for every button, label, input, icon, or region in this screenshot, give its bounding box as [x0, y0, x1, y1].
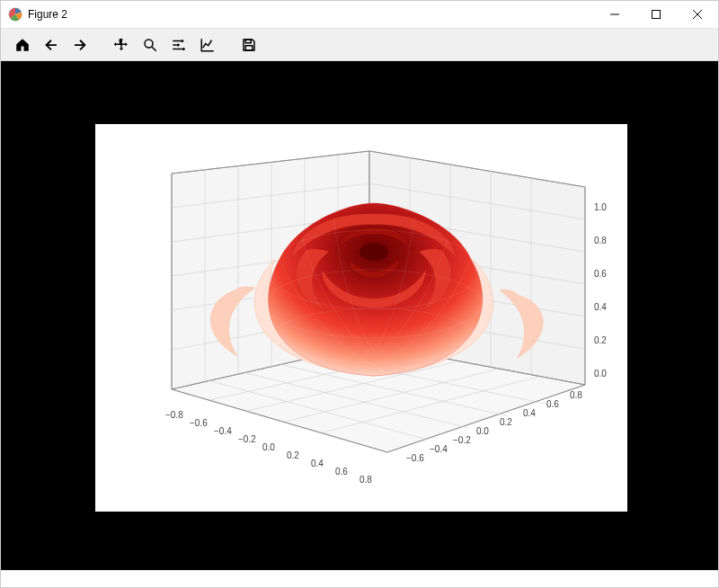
configure-subplots-button[interactable]: [164, 31, 193, 58]
z-tick: 1.0: [594, 202, 607, 212]
z-tick: 0.2: [594, 335, 607, 345]
svg-point-3: [181, 40, 183, 42]
minimize-button[interactable]: [594, 1, 635, 28]
forward-icon: [72, 37, 88, 53]
svg-point-38: [360, 243, 388, 261]
back-icon: [43, 37, 59, 53]
x-tick: 0.0: [262, 442, 275, 452]
title-left: Figure 2: [1, 7, 67, 22]
x-tick: 0.2: [287, 450, 299, 460]
zoom-button[interactable]: [136, 31, 164, 58]
back-button[interactable]: [37, 31, 66, 58]
figure-window: Figure 2: [0, 0, 719, 588]
svg-rect-6: [245, 40, 251, 43]
maximize-icon: [652, 10, 661, 19]
y-tick: −0.4: [430, 444, 448, 454]
save-button[interactable]: [235, 31, 263, 58]
x-tick: 0.4: [311, 459, 324, 468]
window-controls: [594, 1, 718, 28]
minimize-icon: [610, 10, 619, 19]
svg-point-4: [177, 43, 180, 46]
z-tick: 0.0: [594, 369, 607, 379]
pan-button[interactable]: [107, 31, 136, 58]
y-tick: 0.8: [570, 390, 582, 400]
y-tick: 0.0: [476, 426, 489, 436]
toolbar: [1, 29, 718, 61]
svg-point-2: [145, 40, 153, 48]
svg-rect-1: [652, 11, 661, 19]
save-icon: [241, 37, 257, 53]
y-tick: −0.2: [453, 435, 471, 445]
home-button[interactable]: [8, 31, 37, 58]
chart-line-icon: [200, 37, 216, 53]
z-tick: 0.4: [594, 302, 607, 312]
y-tick: 0.2: [500, 417, 512, 427]
x-tick: −0.2: [238, 434, 256, 444]
matplotlib-icon: [8, 7, 22, 22]
sliders-icon: [171, 37, 187, 53]
x-tick: 0.6: [335, 467, 348, 477]
window-title: Figure 2: [28, 8, 67, 21]
axes3d-plot: [95, 124, 627, 512]
z-tick: 0.8: [594, 236, 607, 245]
z-tick: 0.6: [594, 269, 607, 279]
pan-icon: [113, 37, 129, 53]
svg-point-5: [182, 48, 185, 50]
figure-canvas[interactable]: 1.0 0.8 0.6 0.4 0.2 0.0 0.8 0.6 0.4 0.2 …: [95, 124, 627, 512]
y-tick: −0.6: [406, 453, 424, 463]
edit-axis-button[interactable]: [193, 31, 222, 58]
statusbar: [1, 570, 718, 587]
y-tick: 0.6: [546, 399, 559, 409]
titlebar: Figure 2: [1, 1, 718, 29]
x-tick: 0.8: [360, 475, 372, 485]
maximize-button[interactable]: [635, 1, 677, 28]
canvas-area: 1.0 0.8 0.6 0.4 0.2 0.0 0.8 0.6 0.4 0.2 …: [1, 61, 718, 570]
home-icon: [14, 37, 31, 53]
x-tick: −0.6: [190, 418, 208, 428]
close-button[interactable]: [677, 1, 718, 28]
forward-button[interactable]: [66, 31, 94, 58]
zoom-icon: [142, 37, 158, 53]
close-icon: [693, 10, 702, 19]
x-tick: −0.8: [165, 410, 183, 420]
x-tick: −0.4: [214, 426, 232, 436]
svg-rect-7: [245, 45, 253, 49]
y-tick: 0.4: [523, 408, 536, 418]
